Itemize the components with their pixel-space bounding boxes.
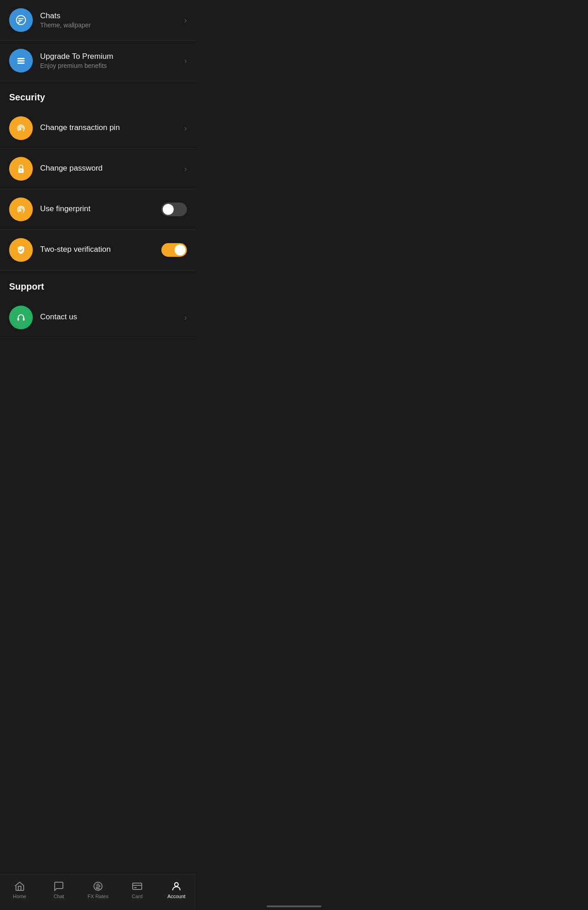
transaction-pin-title: Change transaction pin [40, 123, 181, 132]
two-step-toggle-knob [175, 244, 186, 255]
security-section-header: Security [0, 81, 196, 108]
fingerprint-toggle-text: Use fingerprint [40, 204, 161, 214]
layers-icon [15, 54, 27, 67]
two-step-verification-item[interactable]: Two-step verification [0, 230, 196, 270]
fingerprint-toggle-slider [161, 203, 187, 216]
two-step-toggle-switch[interactable] [161, 243, 187, 257]
fingerprint-toggle-title: Use fingerprint [40, 204, 161, 213]
chats-settings-item[interactable]: Chats Theme, wallpaper › [0, 0, 196, 41]
chat-bubble-icon [15, 14, 27, 26]
chats-icon-circle [9, 8, 33, 32]
premium-chevron: › [184, 56, 187, 66]
contact-us-item[interactable]: Contact us › [0, 297, 196, 338]
contact-title: Contact us [40, 312, 181, 322]
premium-settings-item[interactable]: Upgrade To Premium Enjoy premium benefit… [0, 41, 196, 81]
password-title: Change password [40, 164, 181, 173]
fingerprint-icon [15, 122, 27, 135]
two-step-title: Two-step verification [40, 245, 161, 254]
premium-title: Upgrade To Premium [40, 52, 181, 61]
chats-subtitle: Theme, wallpaper [40, 21, 181, 29]
two-step-toggle-slider [161, 243, 187, 257]
contact-chevron: › [184, 313, 187, 322]
headphones-icon [15, 311, 27, 324]
two-step-icon-circle [9, 238, 33, 262]
premium-text: Upgrade To Premium Enjoy premium benefit… [40, 52, 181, 69]
change-password-item[interactable]: Change password › [0, 149, 196, 189]
contact-icon-circle [9, 306, 33, 329]
two-step-text: Two-step verification [40, 245, 161, 255]
transaction-pin-chevron: › [184, 124, 187, 133]
lock-icon [15, 162, 27, 175]
svg-rect-3 [17, 62, 25, 64]
chats-chevron: › [184, 16, 187, 25]
fingerprint-toggle-switch[interactable] [161, 203, 187, 216]
transaction-pin-text: Change transaction pin [40, 123, 181, 133]
svg-rect-2 [17, 60, 25, 62]
main-content: Chats Theme, wallpaper › Upgrade To Prem… [0, 0, 196, 374]
fingerprint2-icon [15, 203, 27, 216]
fingerprint-toggle-icon-circle [9, 198, 33, 221]
svg-point-5 [21, 170, 22, 172]
change-transaction-pin-item[interactable]: Change transaction pin › [0, 108, 196, 149]
premium-subtitle: Enjoy premium benefits [40, 62, 181, 69]
transaction-pin-icon-circle [9, 116, 33, 140]
password-icon-circle [9, 157, 33, 181]
premium-icon-circle [9, 49, 33, 73]
contact-text: Contact us [40, 312, 181, 322]
svg-rect-7 [23, 318, 25, 321]
password-text: Change password [40, 164, 181, 174]
chats-title: Chats [40, 11, 181, 21]
svg-rect-6 [17, 318, 19, 321]
shield-check-icon [15, 244, 27, 256]
chats-text: Chats Theme, wallpaper [40, 11, 181, 29]
svg-rect-1 [17, 58, 25, 59]
support-section-header: Support [0, 270, 196, 297]
password-chevron: › [184, 164, 187, 174]
fingerprint-toggle-item[interactable]: Use fingerprint [0, 189, 196, 230]
fingerprint-toggle-knob [163, 204, 174, 215]
